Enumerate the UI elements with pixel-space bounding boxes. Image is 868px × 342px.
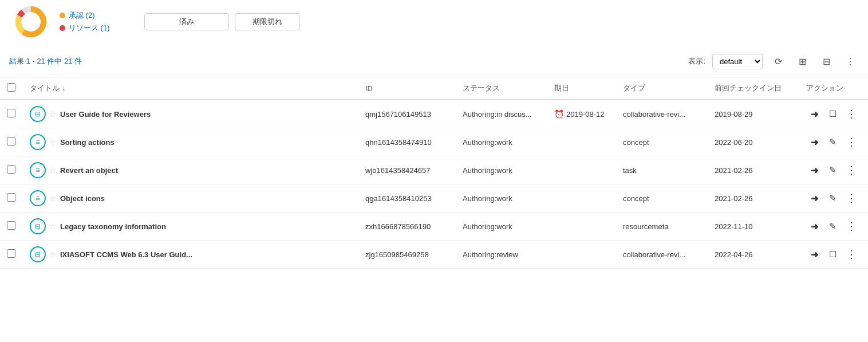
legend-dot-resource: [60, 25, 65, 31]
star-icon[interactable]: ☆: [49, 222, 57, 231]
row-id-cell: zjg1650985469258: [358, 241, 456, 269]
th-title-label: タイトル: [30, 83, 60, 93]
legend-link-shouin[interactable]: 承認 (2): [69, 10, 95, 21]
row-title-cell: ≡☆Sorting actions: [23, 128, 358, 156]
columns-button[interactable]: ⊞: [794, 53, 811, 70]
more-options-button[interactable]: ⋮: [842, 53, 859, 70]
action-arrow-button[interactable]: ➜: [806, 106, 822, 122]
row-title-cell: ⊟☆User Guide for Reviewers: [23, 100, 358, 128]
row-checkbox-cell: [0, 213, 23, 241]
filter-button[interactable]: ⊟: [818, 53, 835, 70]
row-checkbox[interactable]: [7, 137, 15, 146]
resource-icon: ⊟: [30, 106, 46, 122]
action-more-button[interactable]: ⋮: [843, 106, 859, 122]
star-icon[interactable]: ☆: [49, 137, 57, 147]
legend-item-shouin: 承認 (2): [60, 10, 110, 21]
row-checkin-cell: 2021-02-26: [708, 156, 799, 184]
row-date-cell: [547, 241, 616, 269]
row-type-cell: collaborative-revi...: [616, 241, 708, 269]
document-icon: ≡: [30, 190, 46, 206]
row-status-cell: Authoring:work: [456, 128, 547, 156]
th-checkin: 前回チェックイン日: [708, 77, 799, 100]
action-edit-button[interactable]: ✎: [824, 162, 841, 178]
row-title-cell: ⊟☆Legacy taxonomy information: [23, 213, 358, 241]
row-status-cell: Authoring:work: [456, 213, 547, 241]
data-table: タイトル ↓ ID ステータス 期日 タイプ 前回チェックイン日 アクション ⊟…: [0, 77, 868, 269]
action-more-button[interactable]: ⋮: [843, 162, 859, 178]
row-checkbox[interactable]: [7, 165, 15, 174]
row-status-cell: Authoring:in discus...: [456, 100, 547, 128]
action-arrow-button[interactable]: ➜: [806, 162, 822, 178]
th-date: 期日: [547, 77, 616, 100]
action-more-button[interactable]: ⋮: [843, 134, 859, 150]
star-icon[interactable]: ☆: [49, 194, 57, 203]
row-checkbox-cell: [0, 128, 23, 156]
main-content: 結果 1 - 21 件中 21 件 表示: default compact de…: [0, 46, 868, 269]
row-checkbox[interactable]: [7, 221, 15, 230]
title-text[interactable]: Revert an object: [60, 166, 118, 175]
legend-item-resource: リソース (1): [60, 23, 110, 33]
legend-dot-shouin: [60, 13, 65, 18]
action-more-button[interactable]: ⋮: [843, 246, 859, 262]
table-row: ≡☆Object iconsqga1614358410253Authoring:…: [0, 184, 868, 213]
row-type-cell: concept: [616, 184, 708, 213]
action-edit-button[interactable]: ✎: [824, 134, 841, 150]
row-actions-cell: ➜✎⋮: [799, 213, 868, 241]
date-text: 2019-08-12: [566, 110, 605, 119]
refresh-button[interactable]: ⟳: [770, 53, 787, 70]
action-comment-button[interactable]: ☐: [824, 106, 841, 122]
row-type-cell: collaborative-revi...: [616, 100, 708, 128]
title-text[interactable]: Legacy taxonomy information: [60, 222, 166, 231]
row-title-cell: ≡☆Object icons: [23, 184, 358, 213]
th-title: タイトル ↓: [23, 77, 358, 100]
title-text[interactable]: IXIASOFT CCMS Web 6.3 User Guid...: [60, 250, 192, 259]
action-edit-button[interactable]: ✎: [824, 190, 841, 206]
resource-icon: ⊟: [30, 218, 46, 234]
row-checkbox-cell: [0, 100, 23, 128]
table-row: ⊟☆User Guide for Reviewersqmj15671061495…: [0, 100, 868, 128]
sort-arrow-icon[interactable]: ↓: [62, 84, 65, 92]
clock-warning-icon: ⏰: [554, 109, 564, 119]
action-arrow-button[interactable]: ➜: [806, 190, 822, 206]
row-id-cell: zxh1666878566190: [358, 213, 456, 241]
title-text[interactable]: User Guide for Reviewers: [60, 110, 151, 119]
action-edit-button[interactable]: ✎: [824, 218, 841, 234]
table-row: ⊟☆Legacy taxonomy informationzxh16668785…: [0, 213, 868, 241]
row-checkbox[interactable]: [7, 249, 15, 258]
row-id-cell: qhn1614358474910: [358, 128, 456, 156]
view-select[interactable]: default compact detailed: [712, 54, 763, 69]
title-text[interactable]: Sorting actions: [60, 138, 115, 147]
row-checkin-cell: 2022-11-10: [708, 213, 799, 241]
row-actions-cell: ➜✎⋮: [799, 156, 868, 184]
th-actions: アクション: [799, 77, 868, 100]
row-type-cell: task: [616, 156, 708, 184]
action-more-button[interactable]: ⋮: [843, 218, 859, 234]
action-arrow-button[interactable]: ➜: [806, 134, 822, 150]
th-type: タイプ: [616, 77, 708, 100]
row-checkbox[interactable]: [7, 193, 15, 202]
filter-done-button[interactable]: 済み: [144, 13, 229, 30]
row-checkbox[interactable]: [7, 109, 15, 117]
resource-icon: ⊟: [30, 246, 46, 262]
action-comment-button[interactable]: ☐: [824, 246, 841, 262]
row-actions-cell: ➜✎⋮: [799, 128, 868, 156]
title-text[interactable]: Object icons: [60, 194, 105, 203]
row-checkin-cell: 2022-06-20: [708, 128, 799, 156]
legend-link-resource[interactable]: リソース (1): [69, 23, 110, 33]
row-actions-cell: ➜✎⋮: [799, 184, 868, 213]
action-arrow-button[interactable]: ➜: [806, 246, 822, 262]
star-icon[interactable]: ☆: [49, 166, 57, 175]
row-actions-cell: ➜☐⋮: [799, 100, 868, 128]
table-container: タイトル ↓ ID ステータス 期日 タイプ 前回チェックイン日 アクション ⊟…: [0, 77, 868, 269]
filter-area: 済み 期限切れ: [144, 13, 300, 30]
star-icon[interactable]: ☆: [49, 109, 57, 119]
select-all-checkbox[interactable]: [7, 83, 15, 92]
row-checkin-cell: 2019-08-29: [708, 100, 799, 128]
star-icon[interactable]: ☆: [49, 250, 57, 259]
th-status: ステータス: [456, 77, 547, 100]
filter-overdue-button[interactable]: 期限切れ: [235, 13, 300, 30]
action-more-button[interactable]: ⋮: [843, 190, 859, 206]
table-row: ≡☆Sorting actionsqhn1614358474910Authori…: [0, 128, 868, 156]
table-row: ⊟☆IXIASOFT CCMS Web 6.3 User Guid...zjg1…: [0, 241, 868, 269]
action-arrow-button[interactable]: ➜: [806, 218, 822, 234]
